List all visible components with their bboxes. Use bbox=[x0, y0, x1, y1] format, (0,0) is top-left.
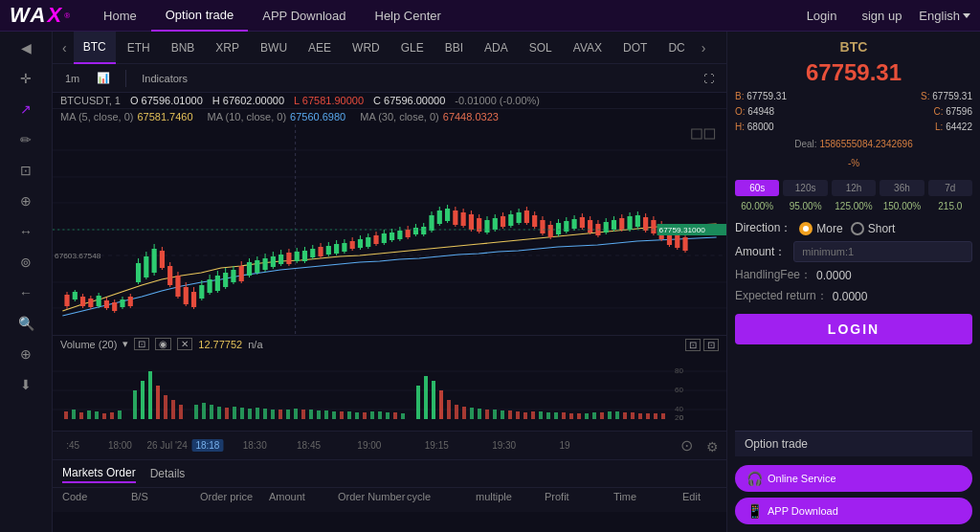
vol-icon1[interactable]: ⊡ bbox=[685, 339, 701, 351]
interval-selector[interactable]: 1m bbox=[60, 71, 84, 86]
nav-links: Home Option trade APP Download Help Cent… bbox=[89, 0, 799, 32]
login-button-rp[interactable]: LOGIN bbox=[735, 314, 972, 344]
volume-label[interactable]: Volume (20) bbox=[60, 339, 117, 350]
svg-rect-183 bbox=[133, 390, 137, 419]
headset-icon: 🎧 bbox=[746, 471, 763, 486]
vol-icon2[interactable]: ⊡ bbox=[703, 339, 719, 351]
option-trade-label: Option trade bbox=[745, 437, 808, 451]
period-12h[interactable]: 12h bbox=[832, 180, 876, 196]
volume-dropdown-icon[interactable]: ▾ bbox=[122, 338, 128, 350]
nav-help-center[interactable]: Help Center bbox=[361, 0, 456, 32]
svg-rect-233 bbox=[531, 411, 535, 419]
svg-rect-189 bbox=[179, 405, 183, 419]
chart-type-btn[interactable]: 📊 bbox=[92, 70, 115, 86]
direction-short[interactable]: Short bbox=[851, 222, 896, 235]
volume-close-icon[interactable]: ✕ bbox=[177, 338, 192, 350]
sidebar-pencil-icon[interactable]: ✏ bbox=[11, 128, 40, 151]
ohlc-change: -0.01000 (-0.00%) bbox=[455, 95, 540, 106]
svg-rect-170 bbox=[692, 129, 702, 139]
volume-settings-icon[interactable]: ⊡ bbox=[134, 338, 149, 350]
ma5-line[interactable]: MA (5, close, 0) 67581.7460 bbox=[60, 111, 193, 122]
ma30-label: MA (30, close, 0) bbox=[360, 111, 439, 122]
volume-eye-icon[interactable]: ◉ bbox=[155, 338, 171, 350]
sidebar-down-icon[interactable]: ⬇ bbox=[11, 373, 40, 396]
tab-markets-order[interactable]: Markets Order bbox=[62, 464, 136, 483]
chart-area[interactable]: 67603.67548 67759.31000 bbox=[53, 124, 726, 335]
rp-stats-row3: H: 68000 L: 64422 bbox=[735, 122, 972, 132]
ma-lines: MA (5, close, 0) 67581.7460 MA (10, clos… bbox=[53, 109, 726, 124]
ma30-line[interactable]: MA (30, close, 0) 67448.0323 bbox=[360, 111, 499, 122]
tab-details[interactable]: Details bbox=[150, 465, 186, 482]
svg-rect-178 bbox=[87, 410, 91, 419]
signup-button[interactable]: sign up bbox=[854, 6, 909, 26]
nav-app-download[interactable]: APP Download bbox=[248, 0, 360, 32]
tab-sol[interactable]: SOL bbox=[520, 32, 562, 64]
sidebar-plus-icon[interactable]: ⊕ bbox=[11, 343, 40, 366]
tab-btc[interactable]: BTC bbox=[74, 32, 116, 64]
navbar: WAX ® Home Option trade APP Download Hel… bbox=[0, 0, 980, 32]
sidebar-trend-icon[interactable]: ↗ bbox=[11, 98, 40, 121]
svg-rect-249 bbox=[654, 413, 657, 419]
svg-text:40: 40 bbox=[675, 405, 683, 413]
tab-bnb[interactable]: BNB bbox=[162, 32, 205, 64]
short-radio[interactable] bbox=[851, 222, 864, 235]
amount-input[interactable] bbox=[793, 241, 972, 262]
tab-ada[interactable]: ADA bbox=[475, 32, 518, 64]
volume-na: n/a bbox=[248, 339, 262, 350]
indicators-btn[interactable]: Indicators bbox=[137, 71, 192, 86]
tab-prev-btn[interactable]: ‹ bbox=[57, 32, 72, 64]
sidebar-back-icon[interactable]: ← bbox=[11, 281, 40, 304]
online-service-btn[interactable]: 🎧 Online Service bbox=[735, 465, 972, 492]
time-label-date: 26 Jul '24 bbox=[146, 440, 188, 451]
return-3: 150.00% bbox=[880, 201, 924, 211]
direction-more[interactable]: More bbox=[799, 222, 842, 235]
th-time: Time bbox=[613, 491, 682, 502]
tab-avax[interactable]: AVAX bbox=[564, 32, 612, 64]
nav-right: Login sign up English bbox=[799, 6, 970, 26]
sidebar-crosshair-icon[interactable]: ✛ bbox=[11, 67, 40, 90]
time-periods: 60s 120s 12h 36h 7d bbox=[735, 180, 972, 196]
time-settings-btn[interactable]: ⚙ bbox=[706, 439, 719, 454]
sidebar-circle-icon[interactable]: ⊚ bbox=[11, 251, 40, 274]
svg-rect-206 bbox=[317, 410, 321, 419]
sidebar-hline-icon[interactable]: ↔ bbox=[11, 220, 40, 243]
ma10-line[interactable]: MA (10, close, 0) 67560.6980 bbox=[208, 111, 346, 122]
tab-next-btn[interactable]: › bbox=[697, 32, 711, 64]
low-label: L bbox=[294, 95, 300, 106]
svg-rect-203 bbox=[294, 409, 298, 419]
period-120s[interactable]: 120s bbox=[783, 180, 827, 196]
tab-dot[interactable]: DOT bbox=[613, 32, 657, 64]
ohlc-close: C 67596.00000 bbox=[373, 95, 445, 106]
sidebar-arrow-icon[interactable]: ◀ bbox=[11, 36, 40, 59]
fullscreen-btn[interactable]: ⛶ bbox=[699, 71, 719, 86]
tab-dc[interactable]: DC bbox=[658, 32, 694, 64]
more-radio[interactable] bbox=[799, 222, 813, 235]
svg-rect-180 bbox=[102, 413, 106, 419]
ma10-value: 67560.6980 bbox=[290, 111, 345, 122]
svg-rect-191 bbox=[202, 403, 206, 419]
period-60s[interactable]: 60s bbox=[735, 180, 779, 196]
period-36h[interactable]: 36h bbox=[880, 180, 924, 196]
tab-bbi[interactable]: BBI bbox=[435, 32, 473, 64]
svg-rect-190 bbox=[194, 405, 198, 419]
nav-home[interactable]: Home bbox=[89, 0, 151, 32]
tab-bwu[interactable]: BWU bbox=[251, 32, 297, 64]
svg-rect-217 bbox=[401, 413, 405, 419]
tab-aee[interactable]: AEE bbox=[299, 32, 341, 64]
sidebar-shape-icon[interactable]: ⊡ bbox=[11, 159, 40, 182]
app-download-btn[interactable]: 📱 APP Download bbox=[735, 498, 972, 524]
login-button[interactable]: Login bbox=[799, 6, 845, 26]
time-prev-btn[interactable]: ⊙ bbox=[680, 436, 693, 454]
ma10-label: MA (10, close, 0) bbox=[208, 111, 287, 122]
tab-xrp[interactable]: XRP bbox=[206, 32, 249, 64]
sidebar-zoom-icon[interactable]: 🔍 bbox=[11, 312, 40, 335]
language-selector[interactable]: English bbox=[919, 9, 970, 23]
period-7d[interactable]: 7d bbox=[928, 180, 972, 196]
sidebar-measure-icon[interactable]: ⊕ bbox=[11, 189, 40, 212]
tab-gle[interactable]: GLE bbox=[391, 32, 434, 64]
tab-eth[interactable]: ETH bbox=[118, 32, 160, 64]
svg-rect-194 bbox=[225, 408, 229, 419]
tab-wrd[interactable]: WRD bbox=[343, 32, 390, 64]
svg-rect-240 bbox=[585, 413, 589, 419]
nav-option-trade[interactable]: Option trade bbox=[151, 0, 249, 32]
